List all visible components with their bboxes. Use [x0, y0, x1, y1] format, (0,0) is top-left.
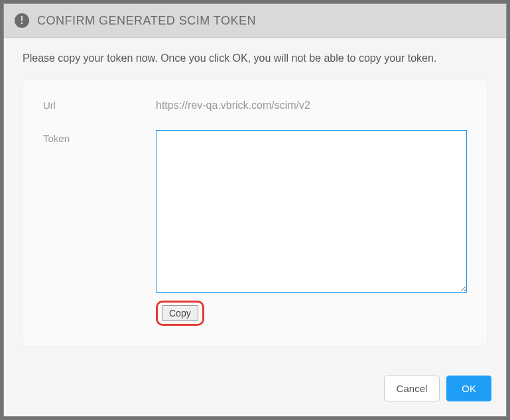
token-panel: Url https://rev-qa.vbrick.com/scim/v2 To…: [23, 79, 487, 346]
modal-header: ! CONFIRM GENERATED SCIM TOKEN: [4, 4, 506, 38]
ok-button[interactable]: OK: [446, 376, 491, 401]
exclamation-icon: !: [15, 13, 29, 28]
copy-button[interactable]: Copy: [162, 305, 198, 321]
token-label: Token: [43, 130, 156, 144]
modal-footer: Cancel OK: [4, 365, 506, 416]
token-textarea[interactable]: [156, 130, 467, 293]
copy-row: Copy: [156, 301, 467, 326]
url-field-row: Url https://rev-qa.vbrick.com/scim/v2: [43, 97, 467, 111]
modal-title: CONFIRM GENERATED SCIM TOKEN: [37, 14, 256, 28]
cancel-button[interactable]: Cancel: [384, 376, 440, 401]
url-label: Url: [43, 97, 156, 111]
url-value: https://rev-qa.vbrick.com/scim/v2: [156, 97, 310, 111]
modal-body: Please copy your token now. Once you cli…: [4, 38, 506, 365]
copy-highlight-annotation: Copy: [156, 301, 204, 326]
instruction-text: Please copy your token now. Once you cli…: [23, 52, 487, 64]
token-field-row: Token: [43, 130, 467, 293]
confirm-token-modal: ! CONFIRM GENERATED SCIM TOKEN Please co…: [3, 3, 507, 417]
